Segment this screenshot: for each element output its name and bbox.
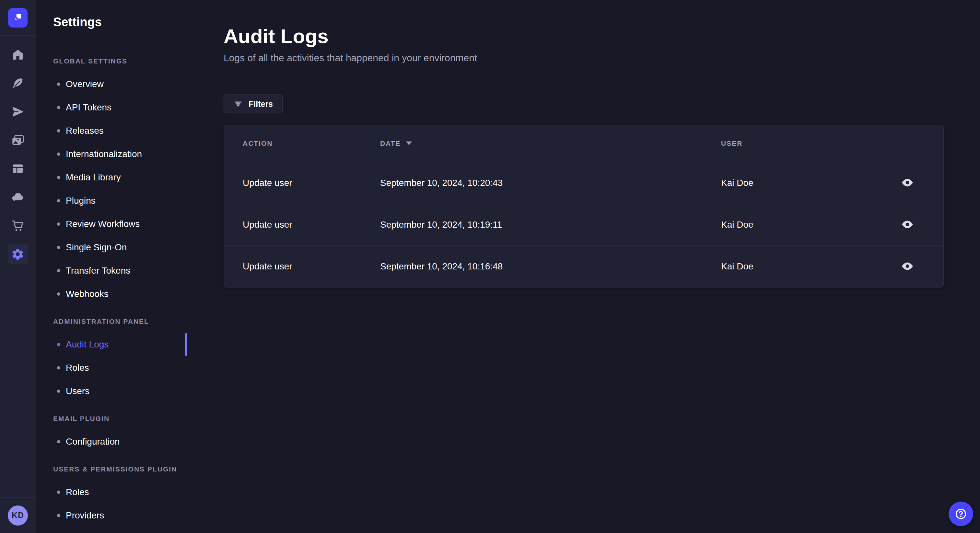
settings-subnav: Settings GLOBAL SETTINGS Overview API To… [36,0,187,533]
images-icon[interactable] [8,130,28,150]
question-mark-icon [955,508,967,520]
send-icon[interactable] [8,102,28,122]
column-header-date-label: DATE [380,140,401,148]
strapi-logo-icon [12,12,23,24]
eye-icon [902,183,913,188]
cell-action: Update user [224,246,380,287]
view-log-button[interactable] [900,176,915,189]
section-heading-email-plugin: EMAIL PLUGIN [53,414,187,423]
rail-bottom: KD [0,497,36,533]
column-header-user: USER [721,125,870,162]
sidebar-item-users[interactable]: Users [36,379,187,403]
cell-action: Update user [224,162,380,204]
table-row[interactable]: Update user September 10, 2024, 10:20:43… [224,162,944,204]
sidebar-item-up-roles[interactable]: Roles [36,481,187,504]
audit-logs-table: ACTION DATE USER Update user September 1… [224,125,944,287]
sidebar-item-audit-logs[interactable]: Audit Logs [36,333,187,356]
sidebar-item-roles[interactable]: Roles [36,356,187,379]
cloud-icon[interactable] [8,187,28,207]
sidebar-item-api-tokens[interactable]: API Tokens [36,96,187,119]
feather-icon[interactable] [8,73,28,93]
sidebar-item-media-library[interactable]: Media Library [36,166,187,189]
active-indicator [185,333,187,356]
cell-date: September 10, 2024, 10:19:11 [380,204,721,246]
workspace-logo[interactable] [8,8,27,27]
filters-button[interactable]: Filters [224,95,283,113]
cart-icon[interactable] [8,216,28,236]
cell-action: Update user [224,204,380,246]
section-heading-users-permissions-plugin: USERS & PERMISSIONS PLUGIN [53,465,187,473]
sidebar-item-configuration[interactable]: Configuration [36,430,187,453]
subnav-title: Settings [53,14,187,30]
main-nav-rail: KD [0,0,36,533]
sidebar-item-transfer-tokens[interactable]: Transfer Tokens [36,259,187,282]
table-header-row: ACTION DATE USER [224,125,944,162]
cell-user: Kai Doe [721,246,870,287]
layout-icon[interactable] [8,159,28,179]
page-subtitle: Logs of all the activities that happened… [224,52,980,64]
section-heading-global-settings: GLOBAL SETTINGS [53,57,187,65]
view-log-button[interactable] [900,218,915,230]
sidebar-item-review-workflows[interactable]: Review Workflows [36,213,187,236]
eye-icon [902,225,913,230]
title-divider [54,45,69,45]
table-row[interactable]: Update user September 10, 2024, 10:19:11… [224,204,944,246]
email-plugin-list: Configuration [36,430,187,453]
column-header-actions [870,125,944,162]
table-row[interactable]: Update user September 10, 2024, 10:16:48… [224,246,944,287]
sort-descending-icon [406,141,412,145]
sidebar-item-internationalization[interactable]: Internationalization [36,143,187,166]
rail-icon-list [0,45,36,264]
users-permissions-plugin-list: Roles Providers [36,481,187,527]
sort-by-date[interactable]: DATE [380,140,721,148]
avatar[interactable]: KD [8,506,28,525]
sidebar-item-single-sign-on[interactable]: Single Sign-On [36,236,187,259]
audit-logs-table-card: ACTION DATE USER Update user September 1… [224,125,944,287]
sidebar-item-plugins[interactable]: Plugins [36,189,187,213]
cell-user: Kai Doe [721,162,870,204]
sidebar-item-providers[interactable]: Providers [36,504,187,527]
eye-icon [902,266,913,271]
sidebar-item-releases[interactable]: Releases [36,119,187,143]
page-title: Audit Logs [224,25,980,47]
column-header-action: ACTION [224,125,380,162]
help-button[interactable] [948,501,973,526]
cell-date: September 10, 2024, 10:16:48 [380,246,721,287]
view-log-button[interactable] [900,260,915,272]
section-heading-administration-panel: ADMINISTRATION PANEL [53,317,187,326]
gear-icon[interactable] [8,244,28,264]
home-icon[interactable] [8,45,28,65]
sidebar-item-label: Audit Logs [66,339,108,349]
global-settings-list: Overview API Tokens Releases Internation… [36,73,187,306]
cell-date: September 10, 2024, 10:20:43 [380,162,721,204]
filters-button-label: Filters [248,99,273,109]
filter-icon [234,99,243,108]
main-content: Audit Logs Logs of all the activities th… [187,0,980,533]
logo-box [0,0,36,36]
sidebar-item-webhooks[interactable]: Webhooks [36,282,187,306]
cell-user: Kai Doe [721,204,870,246]
administration-panel-list: Audit Logs Roles Users [36,333,187,403]
column-header-date: DATE [380,125,721,162]
sidebar-item-overview[interactable]: Overview [36,73,187,96]
